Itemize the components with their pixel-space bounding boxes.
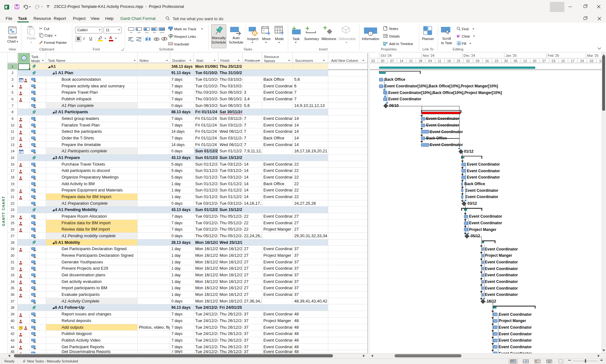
- svg-text:i: i: [370, 32, 371, 35]
- svg-text:?: ?: [254, 32, 256, 35]
- svg-text:?: ?: [281, 31, 284, 36]
